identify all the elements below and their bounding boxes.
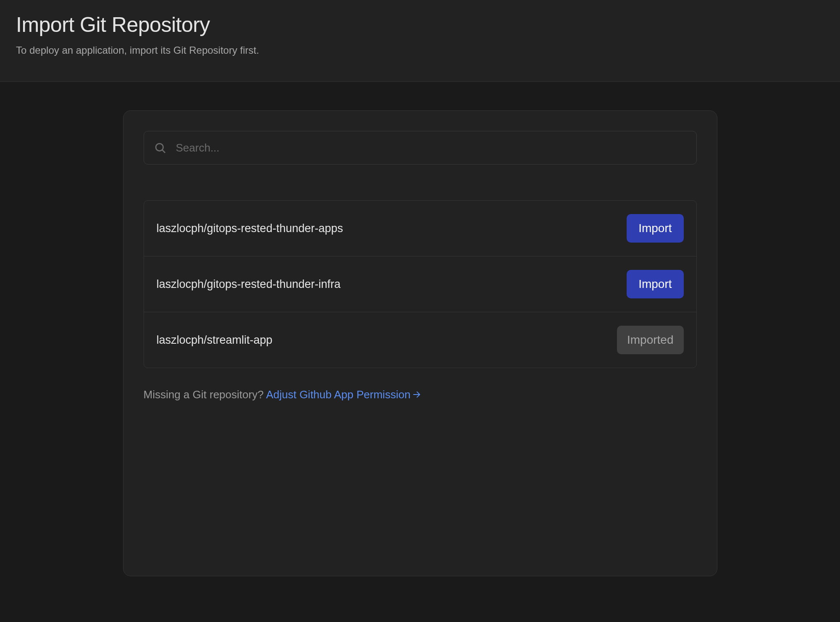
main-content: laszlocph/gitops-rested-thunder-apps Imp… <box>0 82 840 576</box>
page-subtitle: To deploy an application, import its Git… <box>16 44 824 56</box>
search-container <box>144 131 697 165</box>
repo-name: laszlocph/gitops-rested-thunder-apps <box>157 222 343 235</box>
repo-row: laszlocph/streamlit-app Imported <box>144 312 696 368</box>
adjust-permission-link[interactable]: Adjust Github App Permission <box>266 388 421 401</box>
imported-button: Imported <box>617 326 684 354</box>
repo-row: laszlocph/gitops-rested-thunder-infra Im… <box>144 256 696 312</box>
repo-row: laszlocph/gitops-rested-thunder-apps Imp… <box>144 201 696 256</box>
repo-name: laszlocph/streamlit-app <box>157 334 273 347</box>
page-title: Import Git Repository <box>16 13 824 37</box>
arrow-right-icon <box>412 389 421 402</box>
import-button[interactable]: Import <box>627 270 683 298</box>
search-input[interactable] <box>144 131 697 165</box>
footer-link-text: Adjust Github App Permission <box>266 388 410 401</box>
import-panel: laszlocph/gitops-rested-thunder-apps Imp… <box>123 110 717 576</box>
import-button[interactable]: Import <box>627 214 683 243</box>
footer-prompt: Missing a Git repository? <box>144 388 266 401</box>
search-icon <box>154 141 166 154</box>
page-header: Import Git Repository To deploy an appli… <box>0 0 840 82</box>
footer-text: Missing a Git repository? Adjust Github … <box>144 388 697 402</box>
svg-line-1 <box>162 150 165 153</box>
repo-list: laszlocph/gitops-rested-thunder-apps Imp… <box>144 200 697 368</box>
repo-name: laszlocph/gitops-rested-thunder-infra <box>157 278 341 291</box>
